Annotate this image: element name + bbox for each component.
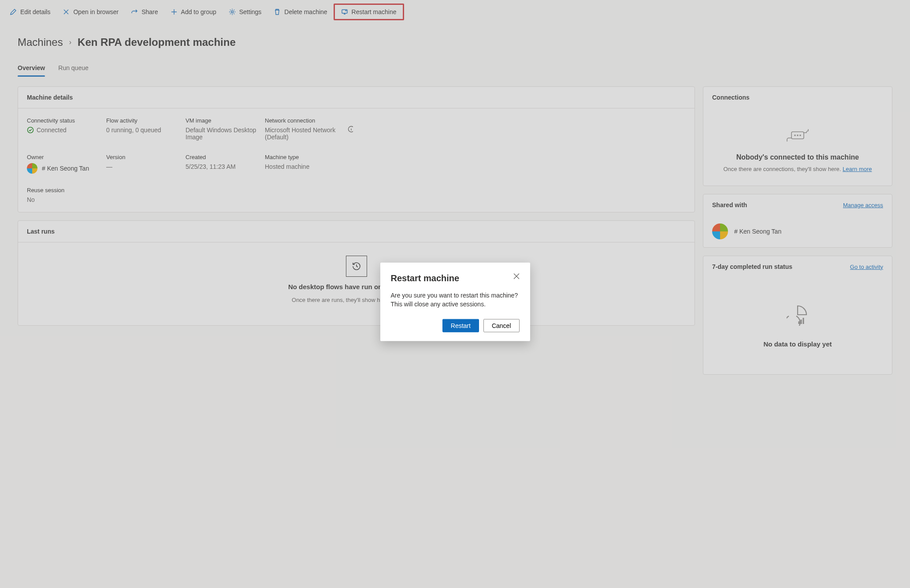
close-icon bbox=[513, 273, 520, 279]
close-button[interactable] bbox=[513, 273, 520, 281]
dialog-title: Restart machine bbox=[391, 273, 460, 283]
restart-confirm-dialog: Restart machine Are you sure you want to… bbox=[380, 263, 530, 341]
dialog-message: Are you sure you want to restart this ma… bbox=[391, 291, 520, 309]
restart-button[interactable]: Restart bbox=[442, 319, 479, 332]
cancel-button[interactable]: Cancel bbox=[483, 319, 520, 332]
